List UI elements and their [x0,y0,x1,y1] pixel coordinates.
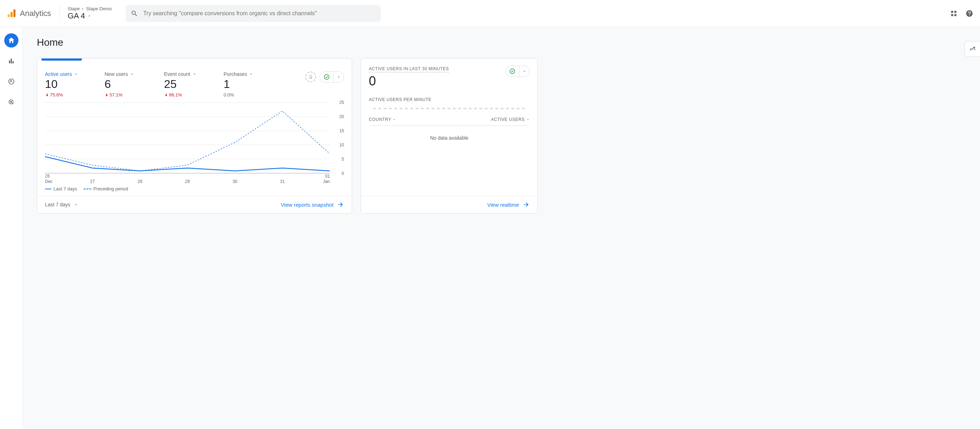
insights-button[interactable] [964,41,980,57]
help-icon[interactable] [965,9,974,18]
svg-rect-6 [955,14,957,16]
x-tick: 29 [185,179,189,184]
metric-event-count[interactable]: Event count 2586.1% [164,71,207,97]
y-tick: 5 [332,157,344,162]
insights-icon [969,45,976,53]
arrow-right-icon [337,201,344,208]
account-picker[interactable]: Stape Stape Demo GA 4 [60,6,111,21]
svg-rect-0 [8,14,10,17]
svg-point-13 [510,69,515,74]
metric-delta: 75.6% [45,92,88,97]
product-name: Analytics [20,9,51,18]
view-realtime-label: View realtime [487,202,519,208]
y-tick: 0 [332,171,344,176]
nav-advertising[interactable] [4,95,18,109]
apps-icon[interactable] [950,9,958,18]
metric-label[interactable]: Event count [164,71,207,77]
anomaly-badge[interactable] [305,72,316,82]
caret-down-icon [526,118,530,121]
date-range-picker[interactable]: Last 7 days [45,202,78,207]
realtime-quality-pill[interactable] [505,65,530,77]
svg-point-11 [310,75,312,78]
realtime-no-data: No data available [369,126,530,150]
nav-home[interactable] [4,33,18,48]
ribbon-icon [308,74,313,80]
caret-down-icon [337,75,341,79]
nav-reports[interactable] [4,54,18,68]
left-nav [0,27,23,429]
metric-value: 10 [45,78,88,91]
metric-label[interactable]: Purchases [224,71,266,77]
x-tick: 28 [137,179,142,184]
metric-delta: 0.0% [224,92,266,97]
x-tick: 27 [90,179,95,184]
col-country[interactable]: COUNTRY [369,117,396,122]
y-tick: 20 [332,114,344,119]
chevron-right-icon [81,7,85,11]
svg-rect-3 [951,11,953,13]
svg-rect-1 [11,12,13,17]
x-tick: 01Jan [323,174,330,184]
caret-down-icon [74,203,78,207]
check-circle-icon [509,68,515,75]
top-bar: Analytics Stape Stape Demo GA 4 [0,0,980,27]
breadcrumb-property: Stape Demo [86,6,111,11]
x-tick: 30 [232,179,237,184]
search-box[interactable] [126,5,381,22]
legend-current: Last 7 days [54,186,77,191]
property-name: GA 4 [68,11,85,21]
arrow-right-icon [523,201,530,208]
realtime-table-header: COUNTRY ACTIVE USERS [369,109,530,126]
caret-down-icon [192,72,197,76]
date-range-label: Last 7 days [45,202,70,207]
metric-purchases[interactable]: Purchases 10.0% [224,71,266,97]
home-icon [8,37,15,44]
nav-explore[interactable] [4,75,18,89]
active-tab-indicator [41,59,82,61]
metric-value: 25 [164,78,207,91]
metric-active-users[interactable]: Active users 1075.6% [45,71,88,97]
col-active-users[interactable]: ACTIVE USERS [491,117,530,122]
view-realtime-link[interactable]: View realtime [487,201,530,208]
metric-delta: 57.1% [105,92,147,97]
line-chart-svg [45,102,330,174]
target-click-icon [8,99,15,106]
view-reports-link[interactable]: View reports snapshot [281,201,344,208]
realtime-card: ACTIVE USERS IN LAST 30 MINUTES 0 ACTIVE… [361,58,538,214]
y-tick: 25 [332,100,344,105]
metric-label[interactable]: New users [105,71,147,77]
overview-card: Active users 1075.6%New users 657.1%Even… [37,58,352,214]
svg-rect-5 [951,14,953,16]
bar-chart-icon [8,57,15,65]
svg-rect-2 [13,9,16,17]
svg-rect-4 [955,11,957,13]
product-logo: Analytics [6,5,60,22]
check-circle-icon [323,74,330,80]
property-picker[interactable]: GA 4 [68,11,111,21]
data-quality-pill[interactable] [320,71,344,83]
svg-point-8 [8,79,14,85]
metric-new-users[interactable]: New users 657.1% [105,71,147,97]
realtime-perminute-label: ACTIVE USERS PER MINUTE [369,97,530,102]
explore-icon [8,78,15,85]
realtime-title: ACTIVE USERS IN LAST 30 MINUTES [369,66,449,72]
caret-down-icon [522,69,527,73]
caret-down-icon [87,14,91,18]
breadcrumb: Stape Stape Demo [68,6,111,11]
x-tick: 31 [280,179,285,184]
view-reports-label: View reports snapshot [281,202,333,208]
search-icon [131,10,138,18]
overview-chart: 0510152025 26Dec272829303101Jan [45,102,344,184]
legend-previous: Preceding period [94,186,128,191]
metrics-row: Active users 1075.6%New users 657.1%Even… [45,71,344,97]
search-input[interactable] [143,10,376,17]
x-tick: 26Dec [45,174,52,184]
metric-value: 1 [224,78,266,91]
y-tick: 15 [332,128,344,133]
chart-legend: Last 7 days Preceding period [45,186,344,191]
analytics-logo-icon [6,8,16,18]
metric-label[interactable]: Active users [45,71,88,77]
caret-down-icon [249,72,253,76]
caret-down-icon [393,118,396,121]
y-tick: 10 [332,142,344,147]
